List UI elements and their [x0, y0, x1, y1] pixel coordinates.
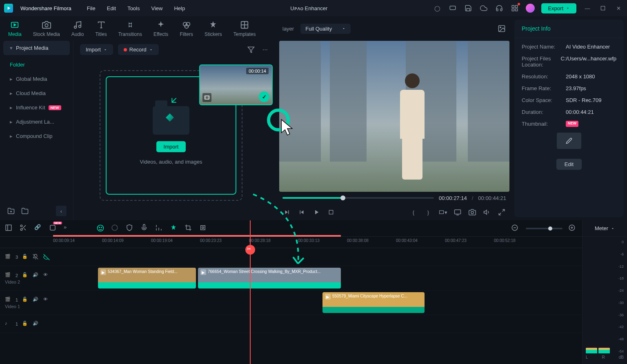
- mark-in-icon[interactable]: {: [409, 208, 418, 217]
- tl-ai-icon[interactable]: NEW: [49, 224, 58, 233]
- lock-icon[interactable]: 🔓: [22, 272, 29, 279]
- tab-templates[interactable]: Templates: [233, 20, 256, 37]
- preview-image-icon[interactable]: [497, 24, 506, 33]
- track-2-body[interactable]: ▶534367_Man Woman Standing Field... ▶766…: [61, 266, 582, 290]
- svg-point-9: [74, 26, 77, 29]
- mark-out-icon[interactable]: }: [424, 208, 433, 217]
- preview-screen[interactable]: [279, 41, 509, 192]
- sidebar-item-cloud[interactable]: ▸Cloud Media: [0, 86, 73, 100]
- timeline-ruler[interactable]: 00:00:09:1400:00:14:0900:00:19:0400:00:2…: [0, 237, 582, 248]
- tab-transitions[interactable]: Transitions: [118, 20, 142, 37]
- device-icon[interactable]: [448, 4, 457, 13]
- lock-icon[interactable]: 🔓: [22, 297, 29, 303]
- eye-icon[interactable]: 👁: [43, 272, 50, 279]
- tab-effects[interactable]: Effects: [153, 20, 168, 37]
- snapshot-icon[interactable]: [468, 208, 477, 217]
- tl-crop-icon[interactable]: [185, 224, 193, 233]
- menu-edit[interactable]: Edit: [107, 5, 116, 11]
- fullscreen-icon[interactable]: [497, 208, 506, 217]
- tab-titles[interactable]: Titles: [95, 20, 107, 37]
- scrub-handle[interactable]: [340, 195, 345, 200]
- clip-c[interactable]: ▶550579_Miami Cityscape Hyperlapse C...: [322, 292, 425, 313]
- headphones-icon[interactable]: [495, 4, 504, 13]
- lock-icon[interactable]: 🔓: [22, 321, 29, 327]
- zoom-slider[interactable]: [526, 228, 563, 229]
- menu-file[interactable]: File: [87, 5, 96, 11]
- apps-icon[interactable]: [510, 4, 519, 13]
- meter-header[interactable]: Meter: [583, 220, 627, 237]
- filter-sort-icon[interactable]: [247, 45, 256, 54]
- eye-icon[interactable]: 👁: [43, 297, 50, 303]
- new-folder-icon[interactable]: [7, 206, 16, 215]
- close-icon[interactable]: ✕: [614, 4, 623, 13]
- clip-b[interactable]: ▶766654_Woman Street Crossing Walking_By…: [198, 268, 341, 289]
- volume-icon[interactable]: 🔊: [33, 272, 39, 279]
- tl-scissors-icon[interactable]: [20, 224, 29, 233]
- tab-stickers[interactable]: Stickers: [205, 20, 222, 37]
- tl-color-icon[interactable]: [111, 224, 120, 233]
- collapse-sidebar-icon[interactable]: ‹: [56, 206, 67, 216]
- save-icon[interactable]: [464, 4, 473, 13]
- sidebar-item-influence[interactable]: ▸Influence KitNEW: [0, 100, 73, 115]
- maximize-icon[interactable]: [598, 4, 607, 13]
- tl-marker-icon[interactable]: [170, 224, 179, 233]
- scrub-track[interactable]: [282, 197, 434, 199]
- mute-off-icon[interactable]: [33, 254, 39, 260]
- quality-dropdown[interactable]: Full Quality: [300, 24, 351, 34]
- sidebar-item-global[interactable]: ▸Global Media: [0, 72, 73, 86]
- svg-rect-1: [512, 5, 514, 7]
- thumbnail-edit-icon[interactable]: [557, 133, 581, 149]
- edit-button[interactable]: Edit: [556, 159, 582, 170]
- zoom-in-icon[interactable]: [568, 224, 577, 233]
- volume-icon[interactable]: 🔊: [33, 297, 39, 303]
- playhead[interactable]: [250, 220, 251, 364]
- minimize-icon[interactable]: —: [583, 4, 592, 13]
- import-button[interactable]: Import: [156, 141, 186, 152]
- filter-icon: [182, 20, 191, 30]
- track-1-body[interactable]: ▶550579_Miami Cityscape Hyperlapse C...: [61, 291, 582, 315]
- volume-icon[interactable]: [482, 208, 491, 217]
- lock-icon[interactable]: 🔓: [22, 254, 29, 260]
- sidebar-folder[interactable]: Folder: [0, 58, 73, 72]
- clip-a[interactable]: ▶534367_Man Woman Standing Field...: [98, 268, 196, 289]
- avatar[interactable]: [526, 4, 535, 13]
- next-frame-icon[interactable]: [297, 208, 306, 217]
- sidebar-item-compound[interactable]: ▸Compound Clip: [0, 129, 73, 143]
- prev-frame-icon[interactable]: [282, 208, 291, 217]
- menu-tools[interactable]: Tools: [127, 5, 140, 11]
- import-dropdown[interactable]: Import: [80, 44, 113, 55]
- tl-layout-icon[interactable]: [5, 224, 14, 233]
- sidebar-item-adjustment[interactable]: ▸Adjustment La...: [0, 115, 73, 129]
- sidebar-project-media[interactable]: ▾Project Media: [3, 41, 70, 55]
- tl-focus-icon[interactable]: [199, 224, 208, 233]
- tl-audio-mix-icon[interactable]: [155, 224, 164, 233]
- volume-icon[interactable]: 🔊: [33, 321, 39, 327]
- menu-help[interactable]: Help: [174, 5, 185, 11]
- svg-point-10: [79, 25, 81, 27]
- display-icon[interactable]: [453, 208, 462, 217]
- more-icon[interactable]: ⋯: [260, 45, 269, 54]
- zoom-out-icon[interactable]: [511, 224, 520, 233]
- visibility-off-icon[interactable]: [43, 254, 50, 260]
- play-icon[interactable]: [312, 208, 321, 217]
- export-button[interactable]: Export: [541, 3, 576, 13]
- media-thumbnail[interactable]: 00:00:14 ✓: [199, 64, 273, 105]
- new-bin-icon[interactable]: [20, 206, 29, 215]
- media-icon: [10, 20, 20, 30]
- tl-link-icon[interactable]: 🔗: [34, 224, 43, 233]
- record-status-icon[interactable]: ◯: [433, 4, 442, 13]
- clip-settings-icon[interactable]: ▾: [438, 208, 447, 217]
- menu-view[interactable]: View: [151, 5, 162, 11]
- tab-media[interactable]: Media: [8, 20, 22, 37]
- svg-rect-30: [6, 225, 11, 231]
- stop-icon[interactable]: [327, 208, 336, 217]
- tab-filters[interactable]: Filters: [180, 20, 193, 37]
- tl-shield-icon[interactable]: [126, 224, 135, 233]
- tl-ai-accent-icon[interactable]: [96, 224, 105, 233]
- cloud-icon[interactable]: [479, 4, 488, 13]
- tl-mic-icon[interactable]: [140, 224, 149, 233]
- tab-audio[interactable]: Audio: [71, 20, 84, 37]
- record-dropdown[interactable]: Record: [118, 44, 159, 55]
- tl-more-icon[interactable]: »: [64, 224, 73, 233]
- tab-stock-media[interactable]: Stock Media: [33, 20, 60, 37]
